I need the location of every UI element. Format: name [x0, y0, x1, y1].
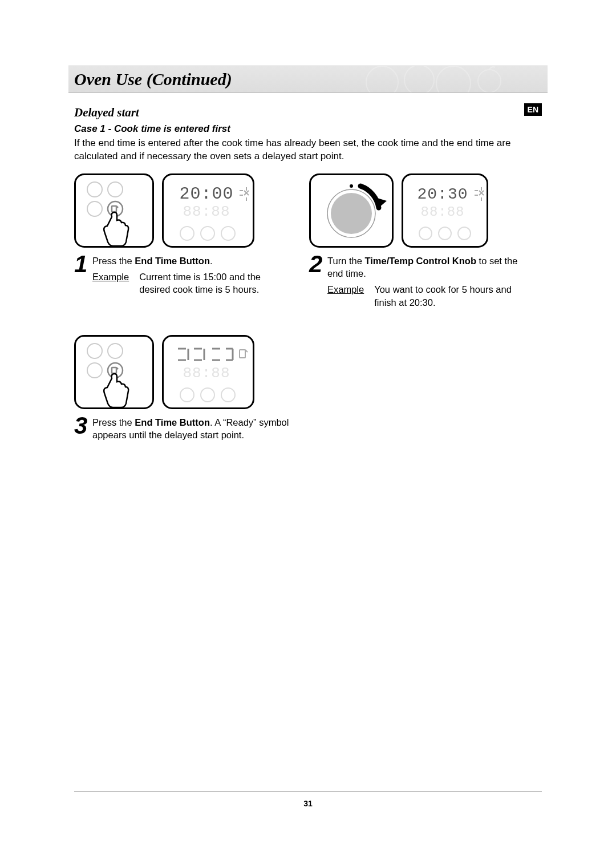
- step-instruction: Press the End Time Button.: [92, 256, 213, 266]
- svg-point-33: [180, 388, 194, 402]
- svg-text:88:88: 88:88: [183, 203, 230, 220]
- svg-point-22: [439, 227, 451, 240]
- svg-rect-9: [112, 206, 116, 212]
- svg-point-21: [419, 227, 432, 240]
- svg-text:88:88: 88:88: [183, 365, 230, 382]
- svg-text:88:88: 88:88: [420, 204, 464, 220]
- svg-point-27: [87, 363, 102, 378]
- example-text: You want to cook for 5 hours and finish …: [374, 283, 526, 309]
- step-2: 20:30 88:88 2 Turn the Time/Temp: [309, 173, 526, 309]
- page: Oven Use (Continued) Delayed start Case …: [0, 0, 616, 848]
- svg-point-23: [458, 227, 471, 240]
- button-panel-icon: [74, 173, 154, 248]
- svg-point-35: [221, 388, 235, 402]
- step-1-text: 1 Press the End Time Button. Example Cur…: [74, 255, 291, 296]
- page-number: 31: [303, 799, 313, 808]
- svg-point-18: [350, 184, 353, 188]
- left-column: Delayed start Case 1 - Cook time is ente…: [74, 103, 230, 137]
- step-body: Turn the Time/Temp Control Knob to set t…: [327, 255, 526, 309]
- svg-point-16: [331, 193, 372, 234]
- step-1: 20:00 88:88 1 Press the End Time: [74, 173, 291, 309]
- example-text: Current time is 15:00 and the desired co…: [139, 270, 291, 296]
- step-body: Press the End Time Button. A “Ready” sym…: [92, 416, 291, 442]
- intro-paragraph: If the end time is entered after the coo…: [74, 137, 542, 163]
- svg-point-6: [108, 182, 123, 197]
- svg-rect-29: [112, 368, 116, 373]
- steps-grid: 20:00 88:88 1 Press the End Time: [74, 173, 542, 442]
- svg-point-3: [478, 70, 501, 92]
- svg-point-13: [201, 227, 214, 240]
- svg-point-7: [87, 201, 102, 216]
- example: Example Current time is 15:00 and the de…: [92, 270, 291, 296]
- svg-point-25: [87, 344, 102, 358]
- step-2-text: 2 Turn the Time/Temp Control Knob to set…: [309, 255, 526, 309]
- svg-point-14: [221, 227, 235, 240]
- svg-point-2: [436, 66, 471, 93]
- svg-point-26: [108, 344, 123, 358]
- display-panel-icon: 20:30 88:88: [402, 173, 488, 248]
- svg-point-34: [201, 388, 214, 402]
- display-value: 20:00: [179, 184, 233, 204]
- step-3-illustration: 88:88: [74, 335, 291, 409]
- title-decoration-icon: [365, 66, 513, 93]
- svg-rect-31: [240, 350, 245, 358]
- section-heading: Delayed start: [74, 106, 230, 120]
- step-3-text: 3 Press the End Time Button. A “Ready” s…: [74, 416, 291, 442]
- case-heading: Case 1 - Cook time is entered first: [74, 123, 230, 135]
- step-number: 1: [74, 255, 89, 296]
- display-value: 20:30: [417, 185, 468, 203]
- step-2-illustration: 20:30 88:88: [309, 173, 526, 248]
- language-badge: EN: [524, 103, 542, 116]
- step-number: 2: [309, 255, 324, 309]
- display-panel-icon: 88:88: [162, 335, 254, 409]
- knob-panel-icon: [309, 173, 394, 248]
- example: Example You want to cook for 5 hours and…: [327, 283, 526, 309]
- step-instruction: Turn the Time/Temp Control Knob to set t…: [327, 256, 517, 278]
- svg-point-12: [180, 227, 194, 240]
- svg-point-0: [366, 66, 398, 93]
- step-1-illustration: 20:00 88:88: [74, 173, 291, 248]
- step-number: 3: [74, 416, 89, 442]
- step-instruction: Press the End Time Button. A “Ready” sym…: [92, 417, 289, 440]
- step-3: 88:88 3 Press the End Time Button. A “Re…: [74, 335, 291, 442]
- step-body: Press the End Time Button. Example Curre…: [92, 255, 291, 296]
- example-label: Example: [327, 283, 364, 309]
- display-panel-icon: 20:00 88:88: [162, 173, 254, 248]
- subheading-row: Delayed start Case 1 - Cook time is ente…: [74, 103, 542, 137]
- page-footer: 31: [74, 792, 542, 808]
- page-title: Oven Use (Continued): [74, 70, 232, 89]
- svg-point-5: [87, 182, 102, 197]
- example-label: Example: [92, 270, 129, 296]
- title-bar: Oven Use (Continued): [68, 66, 548, 93]
- button-panel-icon: [74, 335, 154, 409]
- svg-point-1: [404, 66, 434, 93]
